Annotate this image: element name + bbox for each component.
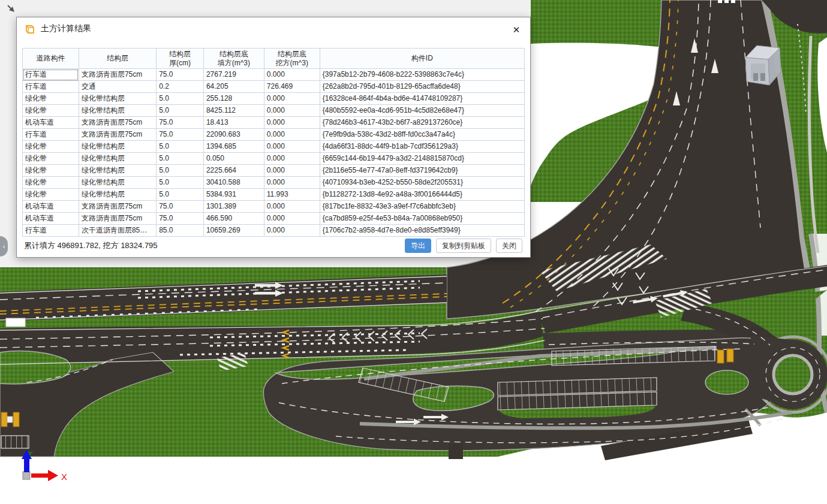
table-row[interactable]: 机动车道 支路沥青面层75cm 75.0 18.413 0.000 {78d24…	[23, 117, 525, 129]
cell-fill[interactable]: 1394.685	[203, 141, 264, 153]
cell-cut[interactable]: 0.000	[264, 201, 320, 213]
cell-id[interactable]: {817bc1fe-8832-43e3-a9ef-f7c6abbfc3eb}	[320, 201, 524, 213]
cell-id[interactable]: {6659c144-6b19-4479-a3d2-2148815870cd}	[320, 153, 524, 165]
table-row[interactable]: 绿化带 绿化带结构层 5.0 255.128 0.000 {16328ce4-8…	[23, 93, 525, 105]
close-icon[interactable]: ✕	[510, 23, 523, 37]
cell-thickness[interactable]: 75.0	[157, 117, 204, 129]
table-row[interactable]: 绿化带 绿化带结构层 5.0 8425.112 0.000 {480b5592-…	[23, 105, 525, 117]
cell-layer[interactable]: 交通	[79, 81, 156, 93]
cell-id[interactable]: {40710934-b3eb-4252-b550-58de2f205531}	[320, 177, 524, 189]
cell-layer[interactable]: 绿化带结构层	[79, 141, 156, 153]
cell-id[interactable]: {2b116e55-4e77-47a0-8eff-fd3719642cb9}	[320, 165, 524, 177]
cell-cut[interactable]: 0.000	[264, 141, 320, 153]
table-row[interactable]: 绿化带 绿化带结构层 5.0 0.050 0.000 {6659c144-6b1…	[23, 153, 525, 165]
cell-fill[interactable]: 8425.112	[203, 105, 264, 117]
cell-component[interactable]: 机动车道	[23, 117, 79, 129]
cell-cut[interactable]: 0.000	[264, 129, 320, 141]
table-row[interactable]: 行车道 交通 0.2 64.205 726.469 {262a8b2d-795d…	[23, 81, 525, 93]
cell-layer[interactable]: 支路沥青面层75cm	[79, 201, 156, 213]
cell-component[interactable]: 绿化带	[23, 165, 79, 177]
cell-layer[interactable]: 绿化带结构层	[79, 177, 156, 189]
cell-cut[interactable]: 0.000	[264, 69, 320, 81]
cell-thickness[interactable]: 5.0	[157, 189, 204, 201]
table-row[interactable]: 机动车道 支路沥青面层75cm 75.0 466.590 0.000 {ca7b…	[23, 213, 525, 225]
cell-layer[interactable]: 支路沥青面层75cm	[79, 213, 156, 225]
cell-thickness[interactable]: 5.0	[157, 153, 204, 165]
cell-fill[interactable]: 64.205	[203, 81, 264, 93]
cell-thickness[interactable]: 75.0	[157, 69, 204, 81]
cell-cut[interactable]: 0.000	[264, 117, 320, 129]
cell-fill[interactable]: 30410.588	[203, 177, 264, 189]
cell-cut[interactable]: 0.000	[264, 177, 320, 189]
cell-fill[interactable]: 18.413	[203, 117, 264, 129]
cell-id[interactable]: {ca7bd859-e25f-4e53-b84a-7a00868eb950}	[320, 213, 524, 225]
cell-layer[interactable]: 绿化带结构层	[79, 153, 156, 165]
cell-component[interactable]: 行车道	[23, 81, 79, 93]
cell-id[interactable]: {4da66f31-88dc-44f9-b1ab-7cdf356129a3}	[320, 141, 524, 153]
cell-thickness[interactable]: 5.0	[157, 165, 204, 177]
cell-layer[interactable]: 次干道沥青面层85…	[79, 225, 156, 237]
export-button[interactable]: 导出	[405, 239, 431, 253]
cell-component[interactable]: 绿化带	[23, 153, 79, 165]
cell-id[interactable]: {78d246b3-4617-43b2-b6f7-a829137260ce}	[320, 117, 524, 129]
cell-thickness[interactable]: 75.0	[157, 129, 204, 141]
cell-cut[interactable]: 11.993	[264, 189, 320, 201]
cell-component[interactable]: 绿化带	[23, 189, 79, 201]
cell-thickness[interactable]: 5.0	[157, 141, 204, 153]
cell-cut[interactable]: 0.000	[264, 93, 320, 105]
cell-thickness[interactable]: 75.0	[157, 201, 204, 213]
cell-component[interactable]: 绿化带	[23, 93, 79, 105]
cell-id[interactable]: {16328ce4-864f-4b4a-bd6e-414748109287}	[320, 93, 524, 105]
cell-layer[interactable]: 绿化带结构层	[79, 105, 156, 117]
cell-layer[interactable]: 绿化带结构层	[79, 165, 156, 177]
cell-layer[interactable]: 支路沥青面层75cm	[79, 117, 156, 129]
cell-thickness[interactable]: 5.0	[157, 177, 204, 189]
cell-thickness[interactable]: 75.0	[157, 213, 204, 225]
cell-thickness[interactable]: 85.0	[157, 225, 204, 237]
cell-thickness[interactable]: 0.2	[157, 81, 204, 93]
cell-thickness[interactable]: 5.0	[157, 93, 204, 105]
cell-id[interactable]: {397a5b12-2b79-4608-b222-5398863c7e4c}	[320, 69, 524, 81]
table-row[interactable]: 绿化带 绿化带结构层 5.0 5384.931 11.993 {b1128272…	[23, 189, 525, 201]
cell-component[interactable]: 绿化带	[23, 105, 79, 117]
cell-fill[interactable]: 255.128	[203, 93, 264, 105]
cell-cut[interactable]: 0.000	[264, 225, 320, 237]
cell-fill[interactable]: 2225.664	[203, 165, 264, 177]
table-row[interactable]: 绿化带 绿化带结构层 5.0 2225.664 0.000 {2b116e55-…	[23, 165, 525, 177]
cell-component[interactable]: 行车道	[23, 129, 79, 141]
dialog-titlebar[interactable]: 土方计算结果	[17, 17, 530, 40]
cell-component[interactable]: 行车道	[23, 69, 79, 81]
cell-layer[interactable]: 支路沥青面层75cm	[79, 69, 156, 81]
table-row[interactable]: 行车道 支路沥青面层75cm 75.0 2767.219 0.000 {397a…	[23, 69, 525, 81]
cell-fill[interactable]: 10659.269	[203, 225, 264, 237]
cell-cut[interactable]: 726.469	[264, 81, 320, 93]
cell-fill[interactable]: 2767.219	[203, 69, 264, 81]
cell-fill[interactable]: 0.050	[203, 153, 264, 165]
cell-component[interactable]: 机动车道	[23, 201, 79, 213]
cell-component[interactable]: 机动车道	[23, 213, 79, 225]
cell-thickness[interactable]: 5.0	[157, 105, 204, 117]
cell-fill[interactable]: 22090.683	[203, 129, 264, 141]
cell-id[interactable]: {1706c7b2-a958-4d7e-8de0-e8d85eff3949}	[320, 225, 524, 237]
cell-id[interactable]: {7e9fb9da-538c-43d2-b8ff-fd0cc3a47a4c}	[320, 129, 524, 141]
cell-id[interactable]: {b1128272-13d8-4e92-a48a-3f00166444d5}	[320, 189, 524, 201]
cell-id[interactable]: {262a8b2d-795d-401b-8129-65acffa6de48}	[320, 81, 524, 93]
cell-fill[interactable]: 1301.389	[203, 201, 264, 213]
table-row[interactable]: 绿化带 绿化带结构层 5.0 30410.588 0.000 {40710934…	[23, 177, 525, 189]
table-row[interactable]: 行车道 支路沥青面层75cm 75.0 22090.683 0.000 {7e9…	[23, 129, 525, 141]
cell-cut[interactable]: 0.000	[264, 105, 320, 117]
table-row[interactable]: 行车道 次干道沥青面层85… 85.0 10659.269 0.000 {170…	[23, 225, 525, 237]
cell-id[interactable]: {480b5592-ee0a-4cd6-951b-4c5d82e68e47}	[320, 105, 524, 117]
cell-cut[interactable]: 0.000	[264, 165, 320, 177]
cell-component[interactable]: 行车道	[23, 225, 79, 237]
cell-layer[interactable]: 绿化带结构层	[79, 93, 156, 105]
cell-fill[interactable]: 466.590	[203, 213, 264, 225]
cell-fill[interactable]: 5384.931	[203, 189, 264, 201]
table-row[interactable]: 机动车道 支路沥青面层75cm 75.0 1301.389 0.000 {817…	[23, 201, 525, 213]
cell-component[interactable]: 绿化带	[23, 141, 79, 153]
cell-layer[interactable]: 支路沥青面层75cm	[79, 129, 156, 141]
cell-cut[interactable]: 0.000	[264, 153, 320, 165]
cell-layer[interactable]: 绿化带结构层	[79, 189, 156, 201]
copy-to-clipboard-button[interactable]: 复制到剪贴板	[436, 239, 491, 253]
cell-cut[interactable]: 0.000	[264, 213, 320, 225]
